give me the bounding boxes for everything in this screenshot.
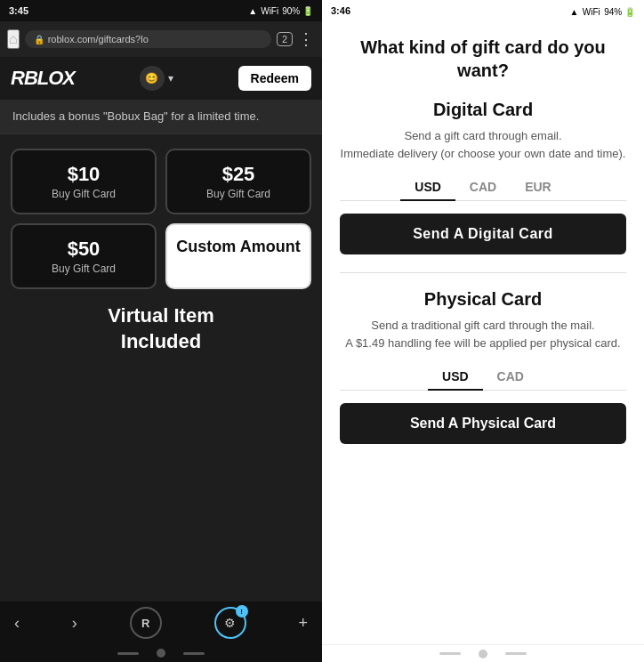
right-battery-icon: 94% 🔋 xyxy=(604,7,635,17)
physical-tab-usd[interactable]: USD xyxy=(428,364,483,391)
digital-currency-tabs: USD CAD EUR xyxy=(340,174,626,201)
digital-card-section: Digital Card Send a gift card through em… xyxy=(340,100,626,254)
logo-controls: 😊 ▾ xyxy=(140,66,173,91)
avatar-button[interactable]: 😊 xyxy=(140,66,165,91)
right-signal-icon: ▲ xyxy=(569,7,578,17)
roblox-header: RBLOX 😊 ▾ Redeem xyxy=(0,57,322,100)
roblox-nav-icon[interactable]: R xyxy=(130,607,162,639)
right-wifi-icon: WiFi xyxy=(583,7,600,17)
physical-card-title: Physical Card xyxy=(340,289,626,310)
back-button[interactable]: ‹ xyxy=(14,614,20,633)
new-tab-button[interactable]: + xyxy=(298,614,308,633)
gift-card-10[interactable]: $10 Buy Gift Card xyxy=(11,149,157,214)
right-recent-btn[interactable] xyxy=(505,652,527,655)
right-content: What kind of gift card do you want? Digi… xyxy=(322,21,644,644)
gift-card-custom[interactable]: Custom Amount xyxy=(165,223,311,289)
gift-card-grid: $10 Buy Gift Card $25 Buy Gift Card $50 … xyxy=(11,149,311,289)
page-title: What kind of gift card do you want? xyxy=(340,36,626,82)
physical-card-section: Physical Card Send a traditional gift ca… xyxy=(340,289,626,444)
digital-tab-cad[interactable]: CAD xyxy=(455,174,511,201)
left-time: 3:45 xyxy=(9,5,28,16)
gift-card-section: $10 Buy Gift Card $25 Buy Gift Card $50 … xyxy=(0,134,322,601)
redeem-button[interactable]: Redeem xyxy=(238,66,311,91)
status-bar-right: 3:46 ▲ WiFi 94% 🔋 xyxy=(322,0,644,21)
url-text: roblox.com/giftcards?lo xyxy=(48,34,149,44)
home-bar-right xyxy=(322,644,644,662)
wifi-icon: WiFi xyxy=(261,6,278,16)
back-nav-btn[interactable] xyxy=(117,652,139,655)
promo-banner: Includes a bonus "Bobux Bag" for a limit… xyxy=(0,100,322,134)
gift-card-10-amount: $10 xyxy=(21,163,146,186)
bottom-nav-left: ‹ › R ⚙ ! + xyxy=(0,601,322,644)
gift-card-50[interactable]: $50 Buy Gift Card xyxy=(11,223,157,289)
section-divider xyxy=(340,272,626,273)
digital-tab-usd[interactable]: USD xyxy=(400,174,455,201)
lock-icon: 🔒 xyxy=(34,35,44,44)
gift-card-50-label: Buy Gift Card xyxy=(21,262,146,275)
digital-card-title: Digital Card xyxy=(340,100,626,120)
physical-tab-cad[interactable]: CAD xyxy=(483,364,538,391)
home-button[interactable]: ⌂ xyxy=(7,29,20,49)
right-back-btn[interactable] xyxy=(439,652,461,655)
gift-card-25-label: Buy Gift Card xyxy=(176,188,301,200)
home-nav-btn[interactable] xyxy=(157,649,165,658)
signal-icon: ▲ xyxy=(248,6,257,16)
physical-currency-tabs: USD CAD xyxy=(340,364,626,391)
gift-card-25[interactable]: $25 Buy Gift Card xyxy=(165,149,311,214)
roblox-logo: RBLOX xyxy=(11,67,75,90)
digital-card-description: Send a gift card through email.Immediate… xyxy=(340,127,626,162)
send-digital-card-button[interactable]: Send A Digital Card xyxy=(340,214,626,254)
dropdown-icon[interactable]: ▾ xyxy=(168,72,173,85)
virtual-item-label: Virtual Item Included xyxy=(11,303,311,354)
status-bar-left: 3:45 ▲ WiFi 90% 🔋 xyxy=(0,0,322,21)
home-bar-left xyxy=(0,644,322,662)
promo-text: Includes a bonus "Bobux Bag" for a limit… xyxy=(12,109,259,123)
roblox-r-icon: R xyxy=(141,617,149,630)
physical-card-description: Send a traditional gift card through the… xyxy=(340,317,626,351)
extension-icon: ⚙ xyxy=(224,616,236,630)
gift-card-custom-label: Custom Amount xyxy=(176,238,300,255)
tab-count[interactable]: 2 xyxy=(277,32,293,46)
extensions-nav-icon[interactable]: ⚙ ! xyxy=(214,607,246,639)
gift-card-25-amount: $25 xyxy=(176,163,301,186)
left-status-icons: ▲ WiFi 90% 🔋 xyxy=(248,6,313,16)
send-physical-card-button[interactable]: Send A Physical Card xyxy=(340,403,626,444)
menu-dots-icon[interactable]: ⋮ xyxy=(298,29,315,49)
forward-button[interactable]: › xyxy=(72,614,77,633)
right-time: 3:46 xyxy=(331,5,350,16)
right-panel: 3:46 ▲ WiFi 94% 🔋 What kind of gift card… xyxy=(322,0,644,662)
right-status-icons: ▲ WiFi 94% 🔋 xyxy=(569,3,635,19)
extension-badge: ! xyxy=(236,605,248,618)
battery-icon: 90% 🔋 xyxy=(282,6,313,16)
right-home-btn[interactable] xyxy=(479,650,487,658)
gift-card-50-amount: $50 xyxy=(21,238,146,261)
address-bar: ⌂ 🔒 roblox.com/giftcards?lo 2 ⋮ xyxy=(0,21,322,57)
digital-tab-eur[interactable]: EUR xyxy=(511,174,566,201)
gift-card-10-label: Buy Gift Card xyxy=(21,188,146,200)
recent-nav-btn[interactable] xyxy=(183,652,205,655)
left-panel: 3:45 ▲ WiFi 90% 🔋 ⌂ 🔒 roblox.com/giftcar… xyxy=(0,0,322,662)
url-box[interactable]: 🔒 roblox.com/giftcards?lo xyxy=(25,30,271,48)
